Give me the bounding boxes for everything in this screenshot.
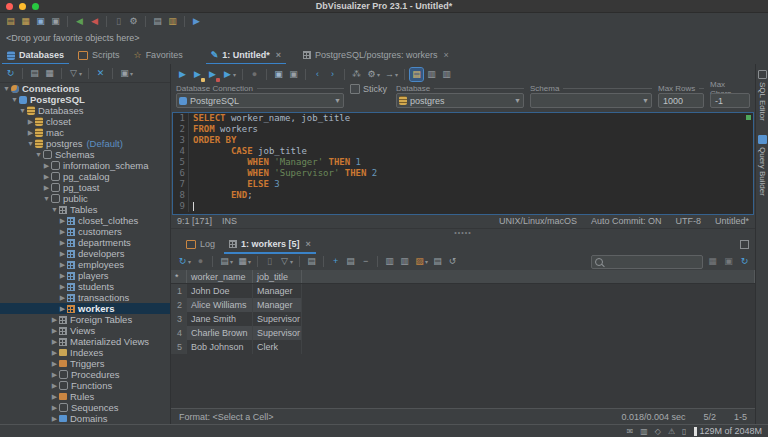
tree-item-sequences[interactable]: ▶Sequences bbox=[0, 402, 170, 413]
stop-icon[interactable]: ● bbox=[248, 68, 261, 81]
tree-item-postgresql[interactable]: ▼PostgreSQL bbox=[0, 94, 170, 105]
tree-item-pg-toast[interactable]: ▶pg_toast bbox=[0, 182, 170, 193]
tree-item-pg-catalog[interactable]: ▶pg_catalog bbox=[0, 171, 170, 182]
grid-settings-icon[interactable]: ▦ bbox=[706, 255, 719, 268]
data-cell[interactable]: Manager bbox=[253, 298, 302, 312]
save-icon[interactable]: ▣ bbox=[34, 15, 47, 28]
chevron-collapsed-icon[interactable]: ▶ bbox=[50, 316, 59, 324]
trash-icon[interactable]: ▯ bbox=[682, 427, 686, 436]
tab-databases[interactable]: Databases bbox=[0, 46, 71, 64]
tree-folder-icon[interactable]: ▦ bbox=[43, 67, 56, 80]
chevron-expanded-icon[interactable]: ▼ bbox=[10, 96, 19, 103]
tree-item-connections[interactable]: ▼Connections bbox=[0, 83, 170, 94]
inject-icon[interactable]: →▾ bbox=[383, 68, 399, 81]
tree-item-tables[interactable]: ▼Tables bbox=[0, 204, 170, 215]
execute-icon[interactable]: ▶ bbox=[176, 68, 189, 81]
column-header-job_title[interactable]: job_title bbox=[253, 270, 302, 283]
script-rows-icon[interactable]: ▤ bbox=[431, 255, 444, 268]
chevron-collapsed-icon[interactable]: ▶ bbox=[26, 129, 35, 137]
chevron-expanded-icon[interactable]: ▼ bbox=[2, 85, 11, 92]
editor-tab-2[interactable]: PostgreSQL/postgres: workers× bbox=[296, 46, 456, 64]
close-tab-icon[interactable]: × bbox=[444, 50, 449, 60]
key-icon[interactable]: ◇ bbox=[655, 427, 661, 436]
tree-item-students[interactable]: ▶students bbox=[0, 281, 170, 292]
auto-commit-status[interactable]: Auto Commit: ON bbox=[591, 216, 662, 226]
tree-collapse-icon[interactable]: ✕ bbox=[94, 67, 107, 80]
tree-item-indexes[interactable]: ▶Indexes bbox=[0, 347, 170, 358]
save-sql-as-icon[interactable]: ▣ bbox=[287, 68, 300, 81]
data-cell[interactable]: John Doe bbox=[187, 284, 253, 298]
chevron-collapsed-icon[interactable]: ▶ bbox=[26, 118, 35, 126]
history-back-icon[interactable]: ‹ bbox=[311, 68, 324, 81]
chevron-expanded-icon[interactable]: ▼ bbox=[18, 107, 27, 114]
duplicate-row-icon[interactable]: ▤ bbox=[344, 255, 357, 268]
chevron-collapsed-icon[interactable]: ▶ bbox=[58, 294, 67, 302]
tree-item-employees[interactable]: ▶employees bbox=[0, 259, 170, 270]
chevron-collapsed-icon[interactable]: ▶ bbox=[50, 360, 59, 368]
alerts-icon[interactable]: ⚠ bbox=[668, 427, 675, 436]
chevron-collapsed-icon[interactable]: ▶ bbox=[50, 338, 59, 346]
mail-icon[interactable]: ✉ bbox=[626, 427, 633, 436]
delete-icon[interactable]: ▯ bbox=[263, 255, 276, 268]
memory-indicator[interactable]: 129M of 2048M bbox=[694, 426, 762, 436]
data-cell[interactable]: Supervisor bbox=[253, 326, 302, 340]
insert-row-icon[interactable]: + bbox=[329, 255, 342, 268]
chevron-collapsed-icon[interactable]: ▶ bbox=[42, 184, 51, 192]
close-tab-icon[interactable]: × bbox=[276, 50, 281, 60]
tree-item-departments[interactable]: ▶departments bbox=[0, 237, 170, 248]
close-tab-icon[interactable]: × bbox=[306, 239, 311, 249]
table-row[interactable]: 3Jane SmithSupervisor bbox=[171, 312, 755, 326]
tree-tab-icon[interactable]: ▣▾ bbox=[118, 67, 134, 80]
grid-small-icon[interactable]: ▣ bbox=[722, 255, 735, 268]
chevron-expanded-icon[interactable]: ▼ bbox=[50, 206, 59, 213]
tree-item-materialized-views[interactable]: ▶Materialized Views bbox=[0, 336, 170, 347]
data-cell[interactable]: Clerk bbox=[253, 340, 302, 354]
sql-code-editor[interactable]: 1SELECT worker_name, job_title2FROM work… bbox=[172, 112, 754, 215]
grid-search-input[interactable] bbox=[591, 255, 703, 269]
chevron-collapsed-icon[interactable]: ▶ bbox=[58, 261, 67, 269]
execute-explain-icon[interactable]: ▶ bbox=[206, 68, 219, 81]
grid-view-icon[interactable]: ▦▾ bbox=[236, 255, 252, 268]
result-refresh-icon[interactable]: ↻▾ bbox=[176, 255, 192, 268]
tree-item-views[interactable]: ▶Views bbox=[0, 325, 170, 336]
chevron-collapsed-icon[interactable]: ▶ bbox=[50, 382, 59, 390]
tree-item-transactions[interactable]: ▶transactions bbox=[0, 292, 170, 303]
chevron-collapsed-icon[interactable]: ▶ bbox=[58, 239, 67, 247]
grid-corner-header[interactable]: * bbox=[171, 270, 187, 283]
chevron-collapsed-icon[interactable]: ▶ bbox=[58, 217, 67, 225]
chevron-expanded-icon[interactable]: ▼ bbox=[42, 195, 51, 202]
chevron-collapsed-icon[interactable]: ▶ bbox=[42, 173, 51, 181]
tree-item-rules[interactable]: ▶Rules bbox=[0, 391, 170, 402]
commit-icon[interactable]: ▯ bbox=[112, 15, 125, 28]
tree-item-postgres[interactable]: ▼postgres(Default) bbox=[0, 138, 170, 149]
favorites-drop-bar[interactable]: <Drop your favorite objects here> bbox=[0, 29, 768, 47]
results-tab-log[interactable]: Log bbox=[179, 235, 222, 253]
max-chars-input[interactable]: -1 bbox=[710, 93, 750, 108]
editor-split-icon[interactable]: ▥ bbox=[425, 68, 438, 81]
delete-row-icon[interactable]: − bbox=[359, 255, 372, 268]
tree-connect-icon[interactable]: ▤ bbox=[28, 67, 41, 80]
tree-item-domains[interactable]: ▶Domains bbox=[0, 413, 170, 424]
data-cell[interactable]: Manager bbox=[253, 284, 302, 298]
tree-item-public[interactable]: ▼public bbox=[0, 193, 170, 204]
chevron-expanded-icon[interactable]: ▼ bbox=[34, 151, 43, 158]
tree-item-information-schema[interactable]: ▶information_schema bbox=[0, 160, 170, 171]
tree-item-triggers[interactable]: ▶Triggers bbox=[0, 358, 170, 369]
tree-item-schemas[interactable]: ▼Schemas bbox=[0, 149, 170, 160]
disconnect-icon[interactable]: ◀ bbox=[88, 15, 101, 28]
table-row[interactable]: 4Charlie BrownSupervisor bbox=[171, 326, 755, 340]
tree-item-closet-clothes[interactable]: ▶closet_clothes bbox=[0, 215, 170, 226]
open-file-icon[interactable]: ▤ bbox=[4, 15, 17, 28]
chevron-expanded-icon[interactable]: ▼ bbox=[26, 140, 35, 147]
filter-icon[interactable]: ▽▾ bbox=[278, 255, 294, 268]
maximize-results-button[interactable] bbox=[740, 240, 749, 249]
line-ending-mode[interactable]: UNIX/Linux/macOS bbox=[499, 216, 577, 226]
data-cell[interactable]: Charlie Brown bbox=[187, 326, 253, 340]
table-row[interactable]: 2Alice WilliamsManager bbox=[171, 298, 755, 312]
open-recent-icon[interactable]: ▦ bbox=[19, 15, 32, 28]
save-sql-icon[interactable]: ▣ bbox=[272, 68, 285, 81]
database-select[interactable]: postgres ▼ bbox=[396, 93, 524, 108]
bookmark-editor-icon[interactable]: ▥ bbox=[166, 15, 179, 28]
new-object-icon[interactable]: ▶ bbox=[190, 15, 203, 28]
data-cell[interactable]: Supervisor bbox=[253, 312, 302, 326]
